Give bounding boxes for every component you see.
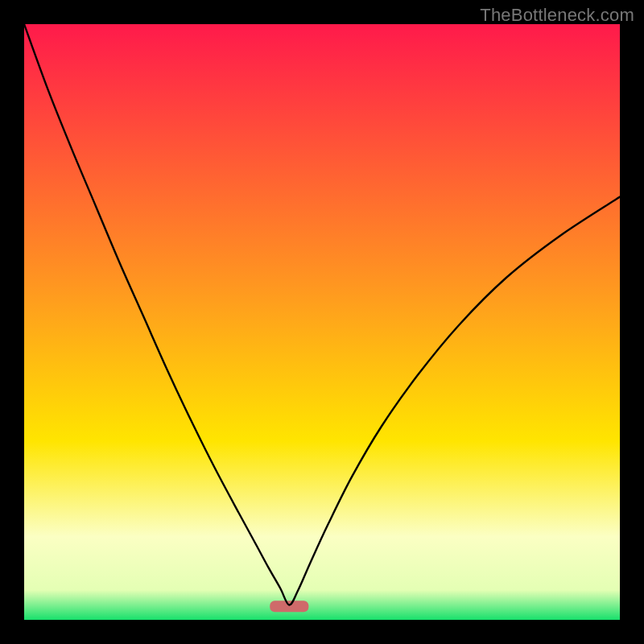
dip-marker [270, 601, 308, 612]
chart-frame [24, 24, 620, 620]
chart-background [24, 24, 620, 620]
watermark-text: TheBottleneck.com [480, 5, 634, 26]
chart-svg [24, 24, 620, 620]
